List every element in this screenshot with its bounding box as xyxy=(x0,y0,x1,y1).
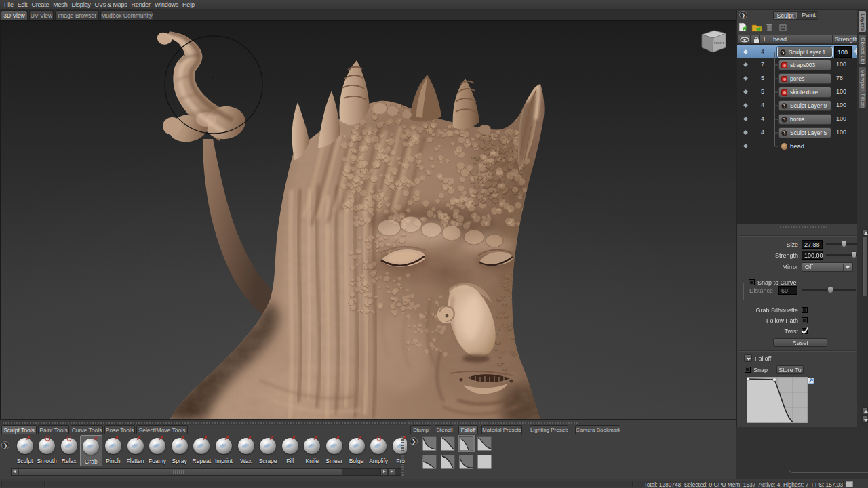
svg-text:FRONT: FRONT xyxy=(714,41,724,45)
